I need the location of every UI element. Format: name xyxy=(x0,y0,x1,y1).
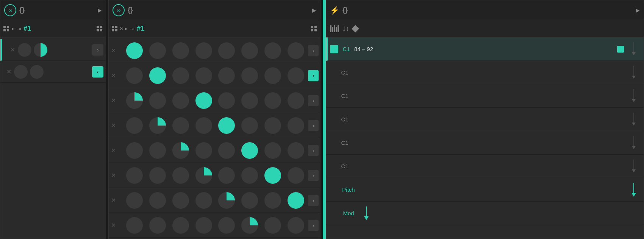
seq-cell[interactable] xyxy=(264,67,281,84)
seq-arrow-7[interactable]: › xyxy=(308,195,319,206)
seq-cell[interactable] xyxy=(241,92,258,109)
panel3-play-button[interactable]: ▶ xyxy=(636,7,640,13)
circle-btn-3[interactable] xyxy=(14,65,28,79)
slider-control-6[interactable] xyxy=(630,159,638,173)
seq-cell[interactable] xyxy=(241,67,258,84)
seq-cell[interactable] xyxy=(288,67,304,84)
panel2-code-icon[interactable]: {} xyxy=(128,6,133,14)
seq-cell[interactable] xyxy=(195,92,212,109)
seq-cell[interactable] xyxy=(264,92,281,109)
panel2-play-button[interactable]: ▶ xyxy=(312,7,316,13)
seq-cell[interactable] xyxy=(172,42,189,59)
seq-cell[interactable] xyxy=(172,192,189,209)
seq-cell[interactable] xyxy=(241,42,258,59)
seq-cell[interactable] xyxy=(149,192,166,209)
seq-cell[interactable] xyxy=(126,42,143,59)
seq-cell[interactable] xyxy=(288,42,304,59)
seq-arrow-5[interactable]: › xyxy=(308,145,319,156)
seq-cell[interactable] xyxy=(264,217,281,234)
seq-cell[interactable] xyxy=(241,217,258,234)
seq-arrow-1[interactable]: › xyxy=(308,45,319,56)
seq-cell[interactable] xyxy=(264,117,281,134)
seq-cell[interactable] xyxy=(288,92,304,109)
panel2-exit-icon[interactable]: ⇥ xyxy=(130,26,134,32)
pitch-slider[interactable] xyxy=(630,182,638,197)
seq-cell[interactable] xyxy=(218,167,235,184)
seq-cell[interactable] xyxy=(172,142,189,159)
seq-cell[interactable] xyxy=(241,117,258,134)
seq-cell[interactable] xyxy=(126,217,143,234)
seq-cell[interactable] xyxy=(149,67,166,84)
panel1-loop-icon[interactable]: ∞ xyxy=(4,4,16,16)
seq-arrow-6[interactable]: › xyxy=(308,170,319,181)
mod-row: Mod xyxy=(326,202,644,225)
seq-cell[interactable] xyxy=(126,167,143,184)
seq-cell[interactable] xyxy=(149,117,166,134)
seq-cell[interactable] xyxy=(172,117,189,134)
note-icon[interactable]: ♩↕ xyxy=(343,25,349,32)
seq-cell[interactable] xyxy=(241,167,258,184)
seq-cell[interactable] xyxy=(264,167,281,184)
piano-icon[interactable] xyxy=(330,25,339,32)
seq-cell[interactable] xyxy=(264,42,281,59)
panel2-loop-icon[interactable]: ∞ xyxy=(113,4,125,16)
seq-cell[interactable] xyxy=(195,117,212,134)
nav-arrow-right-1[interactable]: › xyxy=(92,44,103,56)
panel1-code-icon[interactable]: {} xyxy=(19,6,25,14)
seq-cell[interactable] xyxy=(195,192,212,209)
seq-cell[interactable] xyxy=(149,167,166,184)
seq-cell[interactable] xyxy=(172,67,189,84)
seq-cell[interactable] xyxy=(195,167,212,184)
seq-cell[interactable] xyxy=(288,217,304,234)
seq-cell[interactable] xyxy=(172,217,189,234)
seq-cell[interactable] xyxy=(288,117,304,134)
seq-cell[interactable] xyxy=(126,142,143,159)
seq-arrow-8[interactable]: › xyxy=(308,220,319,231)
seq-cell[interactable] xyxy=(149,142,166,159)
seq-cell[interactable] xyxy=(218,67,235,84)
slider-control-1[interactable] xyxy=(630,42,638,56)
seq-cell[interactable] xyxy=(149,217,166,234)
diamond-icon[interactable] xyxy=(352,25,359,33)
seq-cell[interactable] xyxy=(172,92,189,109)
seq-cell[interactable] xyxy=(126,92,143,109)
seq-cell[interactable] xyxy=(172,167,189,184)
seq-cell[interactable] xyxy=(264,142,281,159)
seq-cell[interactable] xyxy=(149,42,166,59)
seq-cell[interactable] xyxy=(126,117,143,134)
seq-cell[interactable] xyxy=(241,192,258,209)
seq-cell[interactable] xyxy=(264,192,281,209)
seq-cell[interactable] xyxy=(126,192,143,209)
panel3-code-icon[interactable]: {} xyxy=(342,6,348,14)
slider-control-3[interactable] xyxy=(630,88,638,103)
seq-cell[interactable] xyxy=(241,142,258,159)
seq-cell[interactable] xyxy=(149,92,166,109)
seq-cell[interactable] xyxy=(195,142,212,159)
seq-cell[interactable] xyxy=(218,142,235,159)
seq-arrow-2[interactable]: ‹ xyxy=(308,70,319,81)
slider-control-2[interactable] xyxy=(630,65,638,79)
seq-cell[interactable] xyxy=(288,192,304,209)
slider-control-5[interactable] xyxy=(630,135,638,150)
circle-btn-1[interactable] xyxy=(18,43,31,57)
slider-control-4[interactable] xyxy=(630,112,638,126)
seq-cell[interactable] xyxy=(218,92,235,109)
seq-arrow-4[interactable]: › xyxy=(308,120,319,131)
seq-cell[interactable] xyxy=(195,217,212,234)
circle-btn-4[interactable] xyxy=(30,65,44,79)
circle-btn-2[interactable] xyxy=(34,43,47,57)
seq-cell[interactable] xyxy=(218,117,235,134)
seq-arrow-3[interactable]: › xyxy=(308,95,319,106)
seq-cell[interactable] xyxy=(218,217,235,234)
seq-cell[interactable] xyxy=(195,67,212,84)
seq-cell[interactable] xyxy=(218,192,235,209)
seq-cell[interactable] xyxy=(288,142,304,159)
panel1-play-button[interactable]: ▶ xyxy=(98,7,102,13)
seq-cell[interactable] xyxy=(126,67,143,84)
panel1-exit-icon[interactable]: ⇥ xyxy=(17,26,21,32)
mod-slider[interactable] xyxy=(363,206,370,220)
seq-cell[interactable] xyxy=(218,42,235,59)
seq-cell[interactable] xyxy=(288,167,304,184)
nav-arrow-left-1[interactable]: ‹ xyxy=(92,66,103,78)
seq-cell[interactable] xyxy=(195,42,212,59)
